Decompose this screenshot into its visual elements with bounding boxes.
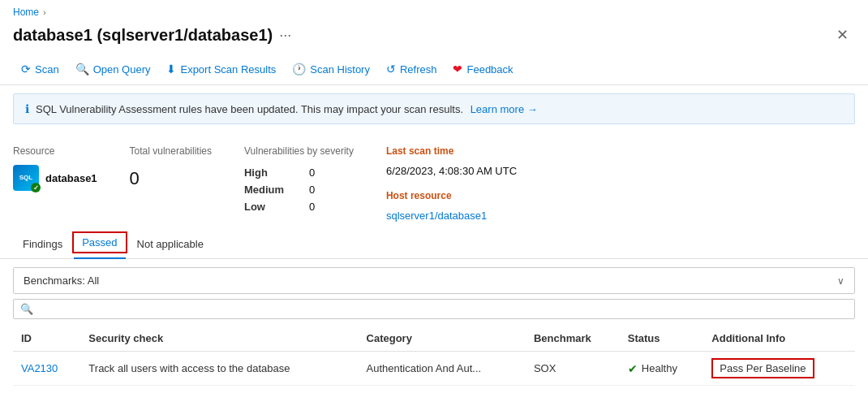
healthy-icon: ✔ <box>628 362 638 375</box>
close-button[interactable]: ✕ <box>830 23 855 47</box>
export-icon: ⬇ <box>166 63 176 76</box>
table-section: ID Security check Category Benchmark Sta… <box>13 326 855 386</box>
cell-id: VA2130 <box>13 352 80 386</box>
title-dots-icon[interactable]: ··· <box>279 27 291 44</box>
id-link[interactable]: VA2130 <box>21 362 58 374</box>
table-row: VA2130 Track all users with access to th… <box>13 352 855 386</box>
col-status: Status <box>620 326 703 352</box>
tab-findings[interactable]: Findings <box>13 231 72 258</box>
info-banner: ℹ SQL Vulnerability Assessment rules hav… <box>13 93 855 124</box>
last-scan-label: Last scan time <box>386 145 517 157</box>
medium-row: Medium 0 <box>244 184 354 196</box>
table-header-row: ID Security check Category Benchmark Sta… <box>13 326 855 352</box>
vulns-severity-block: Vulnerabilities by severity High 0 Mediu… <box>244 145 354 222</box>
col-category: Category <box>359 326 526 352</box>
low-row: Low 0 <box>244 201 354 213</box>
filter-label: Benchmarks: All <box>24 275 99 287</box>
chevron-down-icon: ∨ <box>837 275 844 287</box>
resource-block: Resource SQL ✓ database1 <box>13 145 97 222</box>
total-vulns-label: Total vulnerabilities <box>130 145 212 157</box>
learn-more-link[interactable]: Learn more → <box>471 103 538 115</box>
export-button[interactable]: ⬇ Export Scan Results <box>158 58 284 80</box>
tabs: Findings Passed Not applicable <box>13 231 855 258</box>
breadcrumb-home[interactable]: Home <box>13 6 39 18</box>
cell-status: ✔ Healthy <box>620 352 703 386</box>
page-title: database1 (sqlserver1/database1) <box>13 26 273 45</box>
cell-benchmark: SOX <box>526 352 620 386</box>
additional-info-box: Pass Per Baseline <box>711 358 814 378</box>
resource-check-icon: ✓ <box>31 183 41 192</box>
breadcrumb-separator: › <box>43 7 46 17</box>
info-circle-icon: ℹ <box>25 102 29 115</box>
title-row: database1 (sqlserver1/database1) ··· ✕ <box>0 19 868 54</box>
open-query-button[interactable]: 🔍 Open Query <box>67 58 159 80</box>
resource-label: Resource <box>13 145 97 157</box>
col-id: ID <box>13 326 80 352</box>
medium-label: Medium <box>244 184 293 196</box>
refresh-icon: ↺ <box>386 63 396 76</box>
host-link[interactable]: sqlserver1/database1 <box>386 210 517 222</box>
total-vulns-value: 0 <box>130 168 212 189</box>
cell-additional-info: Pass Per Baseline <box>703 352 855 386</box>
tab-not-applicable[interactable]: Not applicable <box>127 231 213 258</box>
col-security-check: Security check <box>80 326 358 352</box>
summary-section: Resource SQL ✓ database1 Total vulnerabi… <box>0 132 868 231</box>
filter-bar: Benchmarks: All ∨ <box>13 267 855 294</box>
scan-history-button[interactable]: 🕐 Scan History <box>284 58 378 80</box>
resource-icon: SQL ✓ <box>13 165 39 191</box>
scan-icon: ⟳ <box>21 63 31 76</box>
high-label: High <box>244 166 293 179</box>
resource-name: database1 <box>45 172 97 184</box>
host-label: Host resource <box>386 190 517 201</box>
refresh-button[interactable]: ↺ Refresh <box>378 58 445 80</box>
low-label: Low <box>244 201 293 213</box>
high-value: 0 <box>309 166 315 179</box>
total-vulns-block: Total vulnerabilities 0 <box>130 145 212 222</box>
search-icon: 🔍 <box>20 303 33 315</box>
vulns-severity-label: Vulnerabilities by severity <box>244 145 354 157</box>
passed-tab-label: Passed <box>82 236 117 249</box>
query-icon: 🔍 <box>75 63 89 76</box>
medium-value: 0 <box>309 184 315 196</box>
last-scan-value: 6/28/2023, 4:08:30 AM UTC <box>386 165 517 177</box>
col-additional-info: Additional Info <box>703 326 855 352</box>
cell-category: Authentication And Aut... <box>359 352 526 386</box>
scan-button[interactable]: ⟳ Scan <box>13 58 67 80</box>
breadcrumb-bar: Home › <box>0 0 868 19</box>
col-benchmark: Benchmark <box>526 326 620 352</box>
filter-header[interactable]: Benchmarks: All ∨ <box>14 268 854 293</box>
high-row: High 0 <box>244 166 354 179</box>
resource-display: SQL ✓ database1 <box>13 165 97 191</box>
search-bar[interactable]: 🔍 <box>13 299 855 319</box>
tab-passed[interactable]: Passed <box>72 231 127 258</box>
feedback-button[interactable]: ❤ Feedback <box>445 58 521 80</box>
history-icon: 🕐 <box>292 63 306 76</box>
low-value: 0 <box>309 201 315 213</box>
feedback-icon: ❤ <box>453 63 462 76</box>
tabs-section: Findings Passed Not applicable <box>0 231 868 259</box>
banner-text: SQL Vulnerability Assessment rules have … <box>36 103 538 115</box>
vuln-rows: High 0 Medium 0 Low 0 <box>244 166 354 213</box>
cell-security-check: Track all users with access to the datab… <box>80 352 358 386</box>
status-label: Healthy <box>642 362 677 374</box>
scan-info-block: Last scan time 6/28/2023, 4:08:30 AM UTC… <box>386 145 517 222</box>
toolbar: ⟳ Scan 🔍 Open Query ⬇ Export Scan Result… <box>0 54 868 85</box>
results-table: ID Security check Category Benchmark Sta… <box>13 326 855 386</box>
search-input[interactable] <box>38 303 848 315</box>
